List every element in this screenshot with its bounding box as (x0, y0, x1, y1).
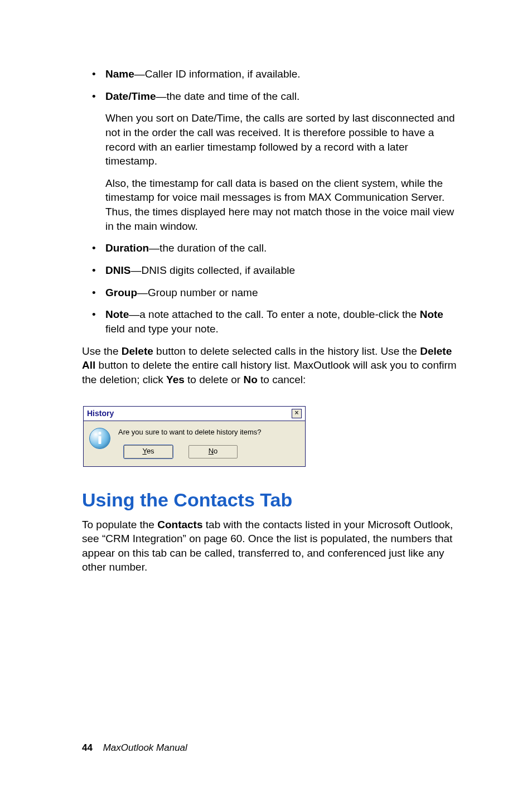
delete-paragraph: Use the Delete button to delete selected… (82, 344, 460, 387)
term-no: No (243, 374, 257, 385)
text: button to delete selected calls in the h… (153, 345, 420, 357)
text: —the date and time of the call. (156, 90, 299, 102)
mnemonic: Y (142, 447, 146, 455)
dialog-title: History (87, 409, 114, 418)
term-note: Note (105, 308, 129, 320)
book-title: MaxOutlook Manual (103, 742, 187, 753)
info-icon (89, 428, 110, 449)
text: Use the (82, 345, 122, 357)
text: To populate the (82, 519, 157, 530)
text: o (214, 447, 217, 455)
text: —the duration of the call. (149, 242, 267, 254)
page-number: 44 (82, 742, 93, 753)
term-duration: Duration (105, 242, 149, 254)
text: —Caller ID information, if available. (134, 68, 301, 80)
paragraph: Also, the timestamp for call data is bas… (105, 176, 460, 234)
text: es (147, 447, 154, 455)
text: to cancel: (258, 374, 306, 385)
dialog-buttons: Yes No (118, 445, 299, 461)
term-datetime: Date/Time (105, 90, 156, 102)
term-group: Group (105, 287, 137, 298)
dialog-screenshot: History × Are you sure to want to delete… (83, 406, 460, 467)
dialog-body: Are you sure to want to delete history i… (84, 421, 305, 466)
history-dialog: History × Are you sure to want to delete… (83, 406, 306, 467)
term-dnis: DNIS (105, 264, 130, 276)
bullet-list: Name—Caller ID information, if available… (82, 67, 460, 336)
mnemonic: N (209, 447, 214, 455)
term-contacts: Contacts (157, 519, 202, 530)
page-footer: 44 MaxOutlook Manual (82, 742, 187, 754)
text: —Group number or name (137, 287, 258, 298)
text: field and type your note. (105, 323, 219, 335)
list-item: Note—a note attached to the call. To ent… (82, 307, 460, 336)
dialog-message: Are you sure to want to delete history i… (118, 428, 299, 436)
term-delete: Delete (122, 345, 153, 357)
term-yes: Yes (166, 374, 185, 385)
list-item: Group—Group number or name (82, 286, 460, 300)
list-item: Name—Caller ID information, if available… (82, 67, 460, 81)
term-name: Name (105, 68, 134, 80)
term-note2: Note (420, 308, 443, 320)
text: —a note attached to the call. To enter a… (129, 308, 419, 320)
no-button[interactable]: No (188, 445, 238, 458)
text: to delete or (185, 374, 244, 385)
list-item: Duration—the duration of the call. (82, 241, 460, 255)
yes-button[interactable]: Yes (124, 445, 173, 458)
close-icon[interactable]: × (292, 409, 302, 418)
text: —DNIS digits collected, if available (130, 264, 295, 276)
heading-contacts: Using the Contacts Tab (82, 489, 460, 511)
paragraph: When you sort on Date/Time, the calls ar… (105, 111, 460, 168)
list-item: Date/Time—the date and time of the call.… (82, 89, 460, 234)
dialog-titlebar: History × (84, 407, 305, 421)
list-item: DNIS—DNIS digits collected, if available (82, 263, 460, 278)
contacts-paragraph: To populate the Contacts tab with the co… (82, 518, 460, 575)
